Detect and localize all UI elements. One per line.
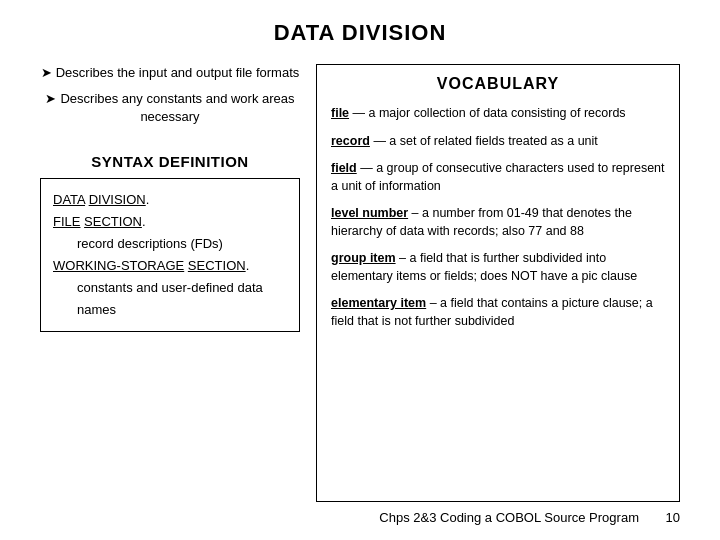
vocab-entry-level-number: level number – a number from 01-49 that … — [331, 205, 665, 240]
vocab-def-record: — a set of related fields treated as a u… — [370, 134, 598, 148]
page-number: 10 — [666, 510, 680, 525]
vocab-term-elementary-item: elementary item — [331, 296, 426, 310]
vocabulary-panel: VOCABULARY file — a major collection of … — [316, 64, 680, 502]
syntax-word: FILE — [53, 214, 80, 229]
page-title: DATA DIVISION — [40, 20, 680, 46]
syntax-line-5: constants and user-defined data names — [53, 277, 287, 321]
syntax-line-3: record descriptions (FDs) — [53, 233, 287, 255]
main-content: Describes the input and output file form… — [40, 64, 680, 502]
vocab-term-field: field — [331, 161, 357, 175]
bullet-item-1: Describes the input and output file form… — [40, 64, 300, 82]
footer-text: Chps 2&3 Coding a COBOL Source Program — [353, 510, 666, 525]
bullet-points: Describes the input and output file form… — [40, 64, 300, 135]
bullet-item-2: Describes any constants and work areas n… — [40, 90, 300, 126]
page: DATA DIVISION Describes the input and ou… — [0, 0, 720, 540]
left-panel: Describes the input and output file form… — [40, 64, 300, 502]
syntax-line-2: FILE SECTION. — [53, 211, 287, 233]
syntax-word: DATA — [53, 192, 85, 207]
syntax-line-4: WORKING-STORAGE SECTION. — [53, 255, 287, 277]
footer: Chps 2&3 Coding a COBOL Source Program 1… — [40, 510, 680, 525]
vocab-entry-elementary-item: elementary item – a field that contains … — [331, 295, 665, 330]
vocab-term-record: record — [331, 134, 370, 148]
vocab-term-group-item: group item — [331, 251, 396, 265]
vocab-entry-record: record — a set of related fields treated… — [331, 133, 665, 151]
syntax-title: SYNTAX DEFINITION — [40, 153, 300, 170]
syntax-word: WORKING-STORAGE — [53, 258, 184, 273]
vocabulary-title: VOCABULARY — [331, 75, 665, 93]
vocab-entry-file: file — a major collection of data consis… — [331, 105, 665, 123]
syntax-word: SECTION — [84, 214, 142, 229]
vocab-term-level-number: level number — [331, 206, 408, 220]
syntax-line-1: DATA DIVISION. — [53, 189, 287, 211]
syntax-word: SECTION — [188, 258, 246, 273]
syntax-word: DIVISION — [89, 192, 146, 207]
vocab-term-file: file — [331, 106, 349, 120]
vocab-def-file: — a major collection of data consisting … — [349, 106, 626, 120]
vocab-entry-group-item: group item – a field that is further sub… — [331, 250, 665, 285]
vocab-entry-field: field — a group of consecutive character… — [331, 160, 665, 195]
syntax-box: DATA DIVISION. FILE SECTION. record desc… — [40, 178, 300, 333]
vocab-def-field: — a group of consecutive characters used… — [331, 161, 665, 193]
